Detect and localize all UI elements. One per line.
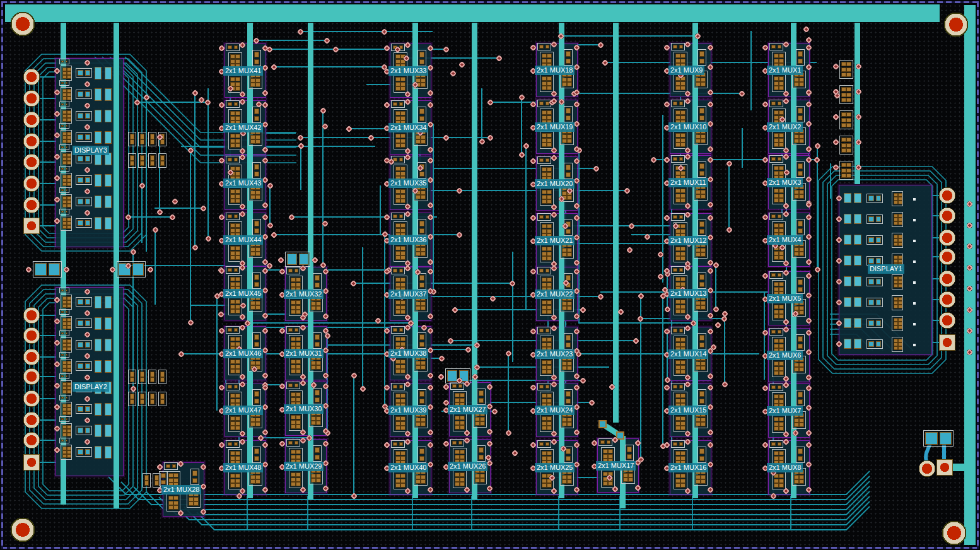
smd-2pad-footprint[interactable] <box>417 332 426 349</box>
via[interactable] <box>685 325 691 331</box>
smd-ic-footprint[interactable] <box>61 423 72 438</box>
smd-2pad-footprint[interactable] <box>117 261 146 278</box>
smd-ic-footprint[interactable] <box>61 380 72 395</box>
smd-2pad-footprint[interactable] <box>286 326 300 334</box>
via[interactable] <box>695 33 701 39</box>
via[interactable] <box>54 319 60 324</box>
via[interactable] <box>85 81 90 87</box>
mounting-hole-4[interactable] <box>941 520 967 546</box>
smd-2pad-footprint[interactable] <box>769 43 783 50</box>
via[interactable] <box>574 158 580 164</box>
smd-2pad-footprint[interactable] <box>76 361 92 371</box>
smd-2pad-footprint[interactable] <box>450 439 464 447</box>
smd-ic-footprint[interactable] <box>674 358 687 376</box>
via[interactable] <box>240 439 245 445</box>
display-led-pad[interactable] <box>854 235 861 245</box>
via[interactable] <box>464 438 470 443</box>
via[interactable] <box>783 270 789 276</box>
via[interactable] <box>54 383 60 389</box>
smd-2pad-footprint[interactable] <box>226 383 240 390</box>
smd-2pad-footprint[interactable] <box>866 214 883 224</box>
via[interactable] <box>240 91 245 97</box>
via[interactable] <box>320 108 326 114</box>
via[interactable] <box>783 376 789 382</box>
via[interactable] <box>85 103 90 108</box>
via[interactable] <box>267 263 272 269</box>
via[interactable] <box>262 90 268 96</box>
display-pin-pad[interactable] <box>939 230 955 246</box>
via[interactable] <box>192 245 198 250</box>
via[interactable] <box>602 60 608 66</box>
via[interactable] <box>279 328 285 334</box>
via[interactable] <box>54 297 60 303</box>
display-led-pad[interactable] <box>105 67 112 79</box>
display-pin-pad[interactable] <box>939 291 955 308</box>
smd-2pad-footprint[interactable] <box>59 209 69 214</box>
via[interactable] <box>298 29 303 35</box>
via[interactable] <box>323 441 329 447</box>
via[interactable] <box>487 429 493 435</box>
via[interactable] <box>85 418 90 423</box>
via[interactable] <box>967 265 972 271</box>
via[interactable] <box>567 188 573 194</box>
smd-ic-footprint[interactable] <box>61 108 72 124</box>
via[interactable] <box>139 183 145 189</box>
via[interactable] <box>487 100 493 105</box>
via[interactable] <box>530 385 536 390</box>
smd-2pad-footprint[interactable] <box>477 445 486 462</box>
smd-ic-footprint[interactable] <box>772 360 786 377</box>
smd-ic-footprint[interactable] <box>394 472 407 489</box>
smd-ic-footprint[interactable] <box>674 245 687 262</box>
via[interactable] <box>574 215 580 221</box>
via[interactable] <box>762 102 768 107</box>
via[interactable] <box>262 313 268 319</box>
via[interactable] <box>530 158 536 164</box>
smd-ic-footprint[interactable] <box>289 471 303 488</box>
smd-2pad-footprint[interactable] <box>671 43 685 50</box>
via[interactable] <box>713 262 719 268</box>
smd-2pad-footprint[interactable] <box>697 49 706 66</box>
via[interactable] <box>779 117 785 122</box>
via[interactable] <box>487 135 493 141</box>
via[interactable] <box>351 281 356 286</box>
via[interactable] <box>405 155 411 160</box>
via[interactable] <box>519 152 525 158</box>
via[interactable] <box>262 202 268 208</box>
smd-2pad-footprint[interactable] <box>769 440 783 448</box>
smd-2pad-footprint[interactable] <box>769 271 783 279</box>
via[interactable] <box>375 318 381 324</box>
via[interactable] <box>783 154 789 160</box>
smd-2pad-footprint[interactable] <box>866 319 883 328</box>
smd-2pad-footprint[interactable] <box>226 100 240 108</box>
via[interactable] <box>323 269 329 274</box>
via[interactable] <box>465 347 471 353</box>
via[interactable] <box>205 100 211 105</box>
via[interactable] <box>574 430 580 435</box>
through-hole-pad[interactable] <box>936 459 953 476</box>
display-led-pad[interactable] <box>105 196 112 208</box>
via[interactable] <box>783 260 789 266</box>
via[interactable] <box>708 102 713 107</box>
via[interactable] <box>85 353 90 359</box>
via[interactable] <box>479 139 485 144</box>
via[interactable] <box>762 442 768 448</box>
via[interactable] <box>351 373 357 378</box>
smd-2pad-footprint[interactable] <box>671 213 685 221</box>
via[interactable] <box>551 42 557 47</box>
display-pin-pad[interactable] <box>23 368 40 385</box>
smd-2pad-footprint[interactable] <box>226 440 240 448</box>
smd-2pad-footprint[interactable] <box>417 107 426 123</box>
display-led-pad[interactable] <box>105 339 112 351</box>
via[interactable] <box>240 204 245 209</box>
via[interactable] <box>54 218 60 224</box>
via[interactable] <box>428 259 433 265</box>
via[interactable] <box>612 486 618 492</box>
smd-2pad-footprint[interactable] <box>477 389 486 405</box>
smd-ic-footprint[interactable] <box>892 212 903 227</box>
via[interactable] <box>85 167 90 173</box>
smd-2pad-footprint[interactable] <box>252 50 261 66</box>
smd-ic-footprint[interactable] <box>772 74 786 92</box>
mounting-hole-1[interactable] <box>9 11 36 37</box>
trace-jog-pad[interactable] <box>598 420 607 428</box>
via[interactable] <box>201 464 206 470</box>
